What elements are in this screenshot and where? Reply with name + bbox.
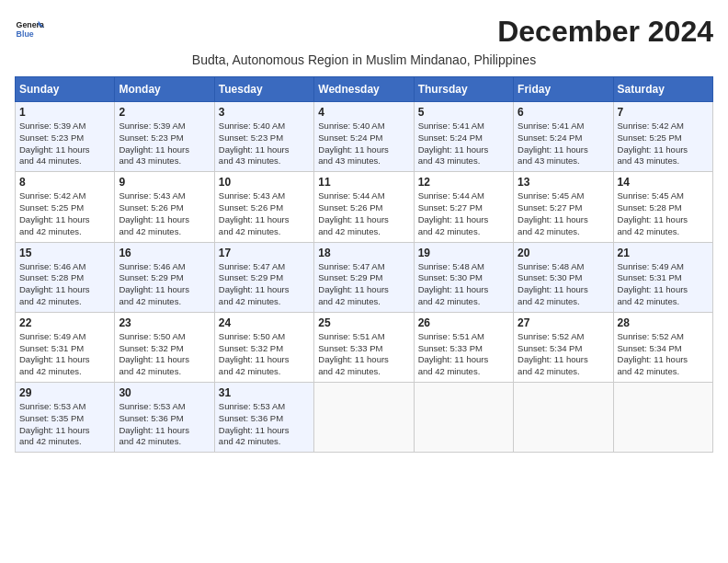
calendar-header-row: SundayMondayTuesdayWednesdayThursdayFrid…: [16, 77, 713, 102]
calendar-cell: 19Sunrise: 5:48 AM Sunset: 5:30 PM Dayli…: [414, 242, 513, 312]
day-info: Sunrise: 5:52 AM Sunset: 5:34 PM Dayligh…: [618, 331, 709, 378]
day-number: 27: [518, 316, 609, 329]
day-info: Sunrise: 5:42 AM Sunset: 5:25 PM Dayligh…: [19, 190, 110, 237]
calendar-cell: 9Sunrise: 5:43 AM Sunset: 5:26 PM Daylig…: [115, 172, 214, 242]
location-title: Budta, Autonomous Region in Muslim Minda…: [15, 52, 713, 67]
day-info: Sunrise: 5:42 AM Sunset: 5:25 PM Dayligh…: [618, 121, 709, 167]
day-info: Sunrise: 5:44 AM Sunset: 5:26 PM Dayligh…: [318, 190, 409, 237]
day-number: 19: [418, 247, 509, 259]
day-number: 28: [618, 316, 709, 329]
day-info: Sunrise: 5:49 AM Sunset: 5:31 PM Dayligh…: [19, 331, 110, 378]
day-number: 12: [418, 176, 509, 189]
calendar-cell: 6Sunrise: 5:41 AM Sunset: 5:24 PM Daylig…: [514, 102, 613, 172]
day-number: 15: [19, 247, 110, 259]
day-number: 23: [119, 316, 210, 329]
day-info: Sunrise: 5:47 AM Sunset: 5:29 PM Dayligh…: [219, 261, 310, 308]
day-info: Sunrise: 5:46 AM Sunset: 5:29 PM Dayligh…: [119, 261, 210, 308]
header-friday: Friday: [514, 77, 613, 102]
header: General Blue December 2024: [15, 15, 713, 49]
day-number: 18: [318, 247, 409, 259]
calendar-cell: [414, 383, 513, 453]
day-info: Sunrise: 5:53 AM Sunset: 5:36 PM Dayligh…: [219, 401, 310, 448]
calendar-cell: 24Sunrise: 5:50 AM Sunset: 5:32 PM Dayli…: [214, 312, 313, 382]
day-number: 5: [418, 106, 509, 119]
general-blue-logo-icon: General Blue: [15, 15, 44, 44]
day-info: Sunrise: 5:53 AM Sunset: 5:35 PM Dayligh…: [19, 401, 110, 448]
calendar-cell: [314, 383, 414, 453]
day-info: Sunrise: 5:49 AM Sunset: 5:31 PM Dayligh…: [618, 261, 709, 308]
day-number: 4: [318, 106, 409, 119]
header-tuesday: Tuesday: [214, 77, 313, 102]
day-info: Sunrise: 5:52 AM Sunset: 5:34 PM Dayligh…: [518, 331, 609, 378]
calendar-cell: 3Sunrise: 5:40 AM Sunset: 5:23 PM Daylig…: [214, 102, 313, 172]
calendar-cell: 5Sunrise: 5:41 AM Sunset: 5:24 PM Daylig…: [414, 102, 513, 172]
day-number: 25: [318, 316, 409, 329]
calendar-cell: 20Sunrise: 5:48 AM Sunset: 5:30 PM Dayli…: [514, 242, 613, 312]
day-info: Sunrise: 5:50 AM Sunset: 5:32 PM Dayligh…: [119, 331, 210, 378]
day-number: 14: [618, 176, 709, 189]
calendar-cell: 29Sunrise: 5:53 AM Sunset: 5:35 PM Dayli…: [16, 383, 115, 453]
calendar-cell: 2Sunrise: 5:39 AM Sunset: 5:23 PM Daylig…: [115, 102, 214, 172]
day-info: Sunrise: 5:40 AM Sunset: 5:23 PM Dayligh…: [219, 121, 310, 167]
day-info: Sunrise: 5:48 AM Sunset: 5:30 PM Dayligh…: [418, 261, 509, 308]
day-number: 16: [119, 247, 210, 259]
calendar-cell: 22Sunrise: 5:49 AM Sunset: 5:31 PM Dayli…: [16, 312, 115, 382]
day-info: Sunrise: 5:51 AM Sunset: 5:33 PM Dayligh…: [418, 331, 509, 378]
calendar-cell: 12Sunrise: 5:44 AM Sunset: 5:27 PM Dayli…: [414, 172, 513, 242]
svg-text:Blue: Blue: [17, 29, 34, 39]
day-info: Sunrise: 5:41 AM Sunset: 5:24 PM Dayligh…: [418, 121, 509, 167]
calendar-cell: 27Sunrise: 5:52 AM Sunset: 5:34 PM Dayli…: [514, 312, 613, 382]
day-number: 22: [19, 316, 110, 329]
day-number: 10: [219, 176, 310, 189]
header-sunday: Sunday: [16, 77, 115, 102]
day-number: 9: [119, 176, 210, 189]
calendar-cell: 28Sunrise: 5:52 AM Sunset: 5:34 PM Dayli…: [613, 312, 712, 382]
calendar-cell: 8Sunrise: 5:42 AM Sunset: 5:25 PM Daylig…: [16, 172, 115, 242]
day-info: Sunrise: 5:48 AM Sunset: 5:30 PM Dayligh…: [518, 261, 609, 308]
calendar-cell: 17Sunrise: 5:47 AM Sunset: 5:29 PM Dayli…: [214, 242, 313, 312]
calendar-week-row: 22Sunrise: 5:49 AM Sunset: 5:31 PM Dayli…: [16, 312, 713, 382]
calendar-cell: [514, 383, 613, 453]
header-monday: Monday: [115, 77, 214, 102]
day-info: Sunrise: 5:43 AM Sunset: 5:26 PM Dayligh…: [119, 190, 210, 237]
day-number: 13: [518, 176, 609, 189]
day-number: 2: [119, 106, 210, 119]
calendar-cell: 23Sunrise: 5:50 AM Sunset: 5:32 PM Dayli…: [115, 312, 214, 382]
day-number: 3: [219, 106, 310, 119]
day-number: 24: [219, 316, 310, 329]
calendar-cell: 11Sunrise: 5:44 AM Sunset: 5:26 PM Dayli…: [314, 172, 414, 242]
calendar-cell: 14Sunrise: 5:45 AM Sunset: 5:28 PM Dayli…: [613, 172, 712, 242]
day-info: Sunrise: 5:40 AM Sunset: 5:24 PM Dayligh…: [318, 121, 409, 167]
month-title: December 2024: [497, 15, 713, 49]
header-wednesday: Wednesday: [314, 77, 414, 102]
calendar-cell: 31Sunrise: 5:53 AM Sunset: 5:36 PM Dayli…: [214, 383, 313, 453]
calendar-table: SundayMondayTuesdayWednesdayThursdayFrid…: [15, 76, 713, 453]
calendar-cell: 16Sunrise: 5:46 AM Sunset: 5:29 PM Dayli…: [115, 242, 214, 312]
day-number: 1: [19, 106, 110, 119]
day-info: Sunrise: 5:39 AM Sunset: 5:23 PM Dayligh…: [119, 121, 210, 167]
logo: General Blue: [15, 15, 44, 44]
header-saturday: Saturday: [613, 77, 712, 102]
calendar-cell: 7Sunrise: 5:42 AM Sunset: 5:25 PM Daylig…: [613, 102, 712, 172]
header-thursday: Thursday: [414, 77, 513, 102]
day-info: Sunrise: 5:45 AM Sunset: 5:28 PM Dayligh…: [618, 190, 709, 237]
day-info: Sunrise: 5:50 AM Sunset: 5:32 PM Dayligh…: [219, 331, 310, 378]
day-info: Sunrise: 5:44 AM Sunset: 5:27 PM Dayligh…: [418, 190, 509, 237]
day-number: 11: [318, 176, 409, 189]
day-info: Sunrise: 5:39 AM Sunset: 5:23 PM Dayligh…: [19, 121, 110, 167]
day-number: 6: [518, 106, 609, 119]
day-info: Sunrise: 5:46 AM Sunset: 5:28 PM Dayligh…: [19, 261, 110, 308]
day-number: 21: [618, 247, 709, 259]
day-info: Sunrise: 5:47 AM Sunset: 5:29 PM Dayligh…: [318, 261, 409, 308]
calendar-cell: 25Sunrise: 5:51 AM Sunset: 5:33 PM Dayli…: [314, 312, 414, 382]
calendar-cell: 1Sunrise: 5:39 AM Sunset: 5:23 PM Daylig…: [16, 102, 115, 172]
calendar-week-row: 8Sunrise: 5:42 AM Sunset: 5:25 PM Daylig…: [16, 172, 713, 242]
day-number: 26: [418, 316, 509, 329]
day-number: 17: [219, 247, 310, 259]
day-number: 8: [19, 176, 110, 189]
calendar-cell: 26Sunrise: 5:51 AM Sunset: 5:33 PM Dayli…: [414, 312, 513, 382]
day-info: Sunrise: 5:41 AM Sunset: 5:24 PM Dayligh…: [518, 121, 609, 167]
calendar-cell: 13Sunrise: 5:45 AM Sunset: 5:27 PM Dayli…: [514, 172, 613, 242]
day-info: Sunrise: 5:51 AM Sunset: 5:33 PM Dayligh…: [318, 331, 409, 378]
day-number: 30: [119, 386, 210, 399]
